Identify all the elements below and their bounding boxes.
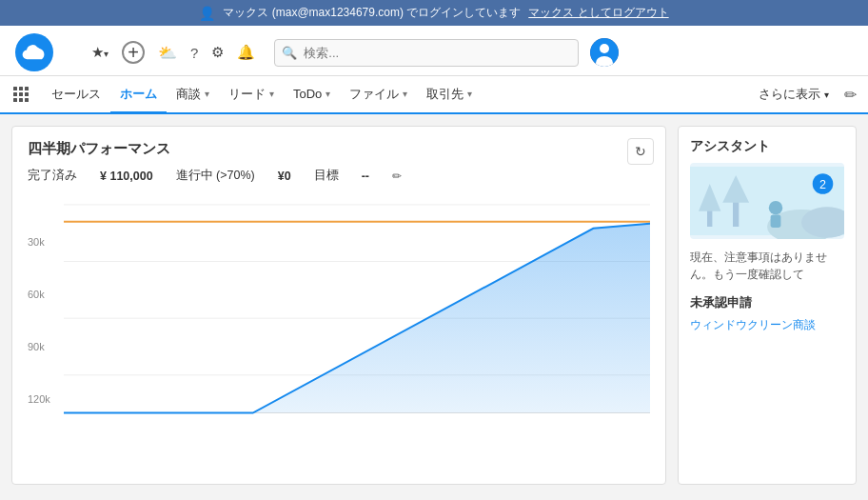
target-edit-icon[interactable]: ✏ [392,170,402,183]
header: ★▾ + ⛅ ? ⚙ 🔔 🔍 [0,26,868,76]
login-message: マックス (max@max1234679.com) でログインしています [223,5,521,21]
svg-text:2: 2 [819,178,826,191]
target-label: 目標 [314,168,339,184]
cloud-icon[interactable]: ⛅ [158,44,177,62]
chart-y-labels: 120k 90k 60k 30k [28,195,64,405]
nav-apps-button[interactable] [4,77,38,111]
user-icon: 👤 [199,6,215,21]
main-content: 四半期パフォーマンス ↻ 完了済み ¥ 110,000 進行中 (>70%) ¥… [0,114,868,496]
assistant-title: アシスタント [690,138,844,155]
performance-panel: 四半期パフォーマンス ↻ 完了済み ¥ 110,000 進行中 (>70%) ¥… [11,126,666,485]
bell-icon[interactable]: 🔔 [237,44,255,61]
refresh-icon: ↻ [635,144,646,159]
help-icon[interactable]: ? [190,45,198,61]
y-label-3: 90k [28,341,64,352]
nav-item-todo[interactable]: ToDo ▾ [284,76,340,114]
nav-item-leads[interactable]: リード ▾ [219,76,284,114]
svg-rect-8 [19,92,23,96]
search-icon: 🔍 [282,46,297,60]
nav-deals-label: 商談 [176,86,201,103]
y-label-1: 30k [28,236,64,248]
svg-rect-30 [771,214,781,228]
assistant-illustration: 2 [690,163,844,239]
nav-app-label: セールス [51,86,101,103]
nav-deals-chevron: ▾ [205,89,209,99]
assistant-message: 現在、注意事項はありません。もう一度確認して [690,249,844,283]
y-label-2: 60k [28,289,64,300]
chart-svg [64,195,650,422]
svg-rect-6 [25,87,29,90]
svg-rect-11 [19,98,23,102]
nav-leads-chevron: ▾ [269,89,274,99]
refresh-button[interactable]: ↻ [627,138,654,165]
nav-files-chevron: ▾ [403,89,407,99]
in-progress-label: 進行中 (>70%) [176,168,255,184]
completed-value: ¥ 110,000 [100,170,153,183]
svg-rect-9 [25,92,29,96]
svg-rect-5 [19,87,23,90]
nav-item-home[interactable]: ホーム [110,76,167,114]
in-progress-value: ¥0 [278,170,291,183]
svg-rect-7 [13,92,17,96]
salesforce-logo[interactable] [15,33,53,71]
perf-stats: 完了済み ¥ 110,000 進行中 (>70%) ¥0 目標 -- ✏ [28,168,650,184]
nav-accounts-chevron: ▾ [467,89,472,99]
search-bar: 🔍 [274,39,579,67]
header-icons-left: ★▾ + ⛅ ? ⚙ 🔔 [91,41,255,64]
completed-label: 完了済み [28,168,77,184]
nav-more-button[interactable]: さらに表示 ▾ [751,86,837,103]
nav-item-files[interactable]: ファイル ▾ [340,76,417,114]
nav: セールス ホーム 商談 ▾ リード ▾ ToDo ▾ ファイル ▾ 取引先 ▾ … [0,76,868,114]
gear-icon[interactable]: ⚙ [211,44,224,61]
nav-leads-label: リード [228,86,266,103]
unapproved-title: 未承認申請 [690,294,844,311]
nav-todo-label: ToDo [293,87,322,101]
logo-area [15,33,53,71]
svg-rect-21 [707,210,712,227]
nav-more-label: さらに表示 [759,86,820,103]
perf-title: 四半期パフォーマンス [28,140,650,158]
logout-link[interactable]: マックス としてログアウト [528,5,668,21]
top-bar: 👤 マックス (max@max1234679.com) でログインしています マ… [0,0,868,26]
svg-point-29 [769,201,782,214]
svg-rect-4 [13,87,17,90]
svg-rect-10 [13,98,17,102]
nav-item-accounts[interactable]: 取引先 ▾ [417,76,482,114]
nav-edit-icon: ✏ [844,87,857,103]
chart-area: 120k 90k 60k 30k [28,195,650,424]
search-input[interactable] [274,39,579,67]
nav-accounts-label: 取引先 [426,86,464,103]
nav-home-label: ホーム [120,86,157,103]
nav-item-app[interactable]: セールス [42,76,110,114]
nav-more-chevron: ▾ [824,90,829,100]
add-button[interactable]: + [122,41,145,64]
svg-rect-12 [25,98,29,102]
nav-item-deals[interactable]: 商談 ▾ [167,76,219,114]
target-value: -- [362,170,369,183]
nav-todo-chevron: ▾ [326,89,330,99]
svg-rect-23 [733,201,739,227]
y-label-4: 120k [28,393,64,405]
nav-edit-button[interactable]: ✏ [837,86,864,104]
svg-point-2 [600,44,609,53]
star-button[interactable]: ★▾ [91,44,108,61]
assistant-panel: アシスタント 2 [678,126,857,485]
nav-files-label: ファイル [349,86,399,103]
avatar[interactable] [590,38,619,67]
unapproved-link[interactable]: ウィンドウクリーン商談 [690,318,816,331]
